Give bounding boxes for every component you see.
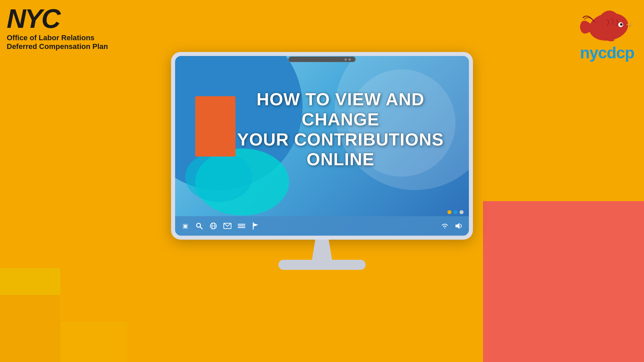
screen-title-line2: YOUR CONTRIBUTIONS ONLINE (222, 130, 459, 170)
deco-block-bottom-left-2 (0, 268, 60, 295)
taskbar-icon-flag (251, 221, 260, 231)
deco-block-bottom-left-1 (0, 295, 60, 362)
screen-taskbar: ▣ (175, 216, 469, 236)
deco-block-coral-right (483, 201, 644, 362)
monitor-wrapper: HOW TO VIEW AND CHANGE YOUR CONTRIBUTION… (171, 52, 473, 270)
taskbar-icon-wifi (440, 221, 449, 231)
screen-title-line1: HOW TO VIEW AND CHANGE (222, 89, 459, 130)
taskbar-icon-menu: ▣ (180, 221, 190, 231)
nycdcp-fish-icon (577, 7, 637, 47)
monitor-screen: HOW TO VIEW AND CHANGE YOUR CONTRIBUTION… (175, 56, 469, 236)
svg-line-4 (200, 227, 203, 229)
screen-nav-dots (447, 210, 464, 214)
taskbar-icon-search (195, 221, 204, 231)
org-line1: Office of Labor Relations (7, 34, 108, 42)
dot-1 (447, 210, 451, 214)
deco-block-bottom-center (60, 322, 127, 362)
taskbar-icon-globe (209, 221, 218, 231)
monitor-top-bar (288, 57, 356, 62)
monitor-dot-1 (344, 58, 347, 61)
header-left: NYC Office of Labor Relations Deferred C… (7, 7, 108, 51)
dot-3 (460, 210, 464, 214)
nyc-logo: NYC (7, 7, 59, 31)
nycdcp-logo-text: nycdcp (580, 44, 634, 62)
taskbar-icon-lines (237, 221, 246, 231)
org-line2: Deferred Compensation Plan (7, 42, 108, 51)
monitor-outer: HOW TO VIEW AND CHANGE YOUR CONTRIBUTION… (171, 52, 473, 240)
monitor-stand-neck (305, 240, 339, 260)
monitor-dot-2 (348, 58, 351, 61)
nyc-logo-text: NYC (7, 7, 59, 31)
screen-main-title: HOW TO VIEW AND CHANGE YOUR CONTRIBUTION… (222, 89, 459, 170)
taskbar-right-icons (440, 221, 464, 231)
taskbar-icon-volume (454, 221, 464, 231)
taskbar-icon-mail (223, 221, 232, 231)
dot-2 (453, 210, 458, 214)
header-right: nycdcp (577, 7, 637, 62)
svg-point-2 (620, 23, 623, 25)
svg-marker-13 (455, 223, 460, 229)
org-subtitle: Office of Labor Relations Deferred Compe… (7, 34, 108, 51)
monitor-stand-base (278, 260, 366, 270)
